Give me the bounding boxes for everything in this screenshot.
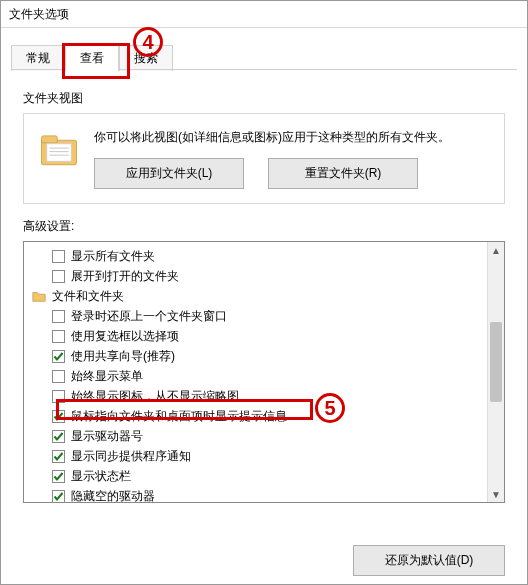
tree-item[interactable]: 使用共享向导(推荐) <box>32 346 484 366</box>
restore-defaults-button[interactable]: 还原为默认值(D) <box>353 545 505 576</box>
svg-rect-11 <box>53 370 65 382</box>
tab-view[interactable]: 查看 <box>65 45 119 71</box>
checkbox-icon[interactable] <box>52 410 65 423</box>
footer: 还原为默认值(D) <box>353 545 505 576</box>
checkbox-icon[interactable] <box>52 310 65 323</box>
folder-options-dialog: 文件夹选项 常规 查看 搜索 4 文件夹视图 <box>0 0 528 585</box>
advanced-settings-label: 高级设置: <box>23 218 505 235</box>
checkbox-icon[interactable] <box>52 330 65 343</box>
tree-item[interactable]: 显示状态栏 <box>32 466 484 486</box>
tree-item[interactable]: 始终显示图标，从不显示缩略图 <box>32 386 484 406</box>
checkbox-icon[interactable] <box>52 350 65 363</box>
tree-item[interactable]: 展开到打开的文件夹 <box>32 266 484 286</box>
folder-small-icon <box>32 289 46 303</box>
scroll-down-arrow[interactable]: ▼ <box>488 486 504 502</box>
tree-item[interactable]: 使用复选框以选择项 <box>32 326 484 346</box>
scrollbar-thumb[interactable] <box>490 322 502 402</box>
tree-item-label: 展开到打开的文件夹 <box>71 268 179 285</box>
advanced-settings-tree: 显示所有文件夹展开到打开的文件夹文件和文件夹登录时还原上一个文件夹窗口使用复选框… <box>23 241 505 503</box>
checkbox-icon[interactable] <box>52 490 65 503</box>
tree-item-label: 使用共享向导(推荐) <box>71 348 175 365</box>
window-title: 文件夹选项 <box>1 1 527 28</box>
checkbox-icon[interactable] <box>52 470 65 483</box>
tree-item-label: 显示状态栏 <box>71 468 131 485</box>
apply-to-folders-button[interactable]: 应用到文件夹(L) <box>94 158 244 189</box>
svg-rect-12 <box>53 390 65 402</box>
tree-item-label: 登录时还原上一个文件夹窗口 <box>71 308 227 325</box>
checkbox-icon[interactable] <box>52 430 65 443</box>
tree-scrollbar[interactable]: ▲ ▼ <box>487 242 504 502</box>
tab-general[interactable]: 常规 <box>11 45 65 71</box>
tree-item[interactable]: 始终显示菜单 <box>32 366 484 386</box>
tree-item[interactable]: 鼠标指向文件夹和桌面项时显示提示信息 <box>32 406 484 426</box>
svg-rect-2 <box>47 144 72 162</box>
checkbox-icon[interactable] <box>52 250 65 263</box>
tree-item: 文件和文件夹 <box>32 286 484 306</box>
svg-rect-7 <box>53 270 65 282</box>
content-area: 文件夹视图 你可以将此视图(如详细信息或图标)应用于这种类型的所有文件夹。 <box>1 70 527 503</box>
checkbox-icon[interactable] <box>52 370 65 383</box>
tab-strip: 常规 查看 搜索 <box>1 28 527 70</box>
tree-item[interactable]: 显示同步提供程序通知 <box>32 446 484 466</box>
folder-view-frame: 你可以将此视图(如详细信息或图标)应用于这种类型的所有文件夹。 应用到文件夹(L… <box>23 113 505 204</box>
tree-item-label: 显示驱动器号 <box>71 428 143 445</box>
tree-item[interactable]: 显示驱动器号 <box>32 426 484 446</box>
svg-rect-9 <box>53 330 65 342</box>
checkbox-icon[interactable] <box>52 390 65 403</box>
folder-view-description: 你可以将此视图(如详细信息或图标)应用于这种类型的所有文件夹。 <box>94 128 490 146</box>
tree-item-label: 显示所有文件夹 <box>71 248 155 265</box>
tree-item-label: 显示同步提供程序通知 <box>71 448 191 465</box>
tree-viewport: 显示所有文件夹展开到打开的文件夹文件和文件夹登录时还原上一个文件夹窗口使用复选框… <box>24 242 488 502</box>
tree-item-label: 始终显示图标，从不显示缩略图 <box>71 388 239 405</box>
tree-item[interactable]: 登录时还原上一个文件夹窗口 <box>32 306 484 326</box>
folder-view-heading: 文件夹视图 <box>23 90 505 107</box>
folder-icon <box>38 128 80 170</box>
folder-view-button-row: 应用到文件夹(L) 重置文件夹(R) <box>94 158 490 189</box>
tree-item-label: 使用复选框以选择项 <box>71 328 179 345</box>
reset-folders-button[interactable]: 重置文件夹(R) <box>268 158 418 189</box>
folder-view-right: 你可以将此视图(如详细信息或图标)应用于这种类型的所有文件夹。 应用到文件夹(L… <box>94 128 490 189</box>
tab-search[interactable]: 搜索 <box>119 45 173 71</box>
folder-view-group: 文件夹视图 你可以将此视图(如详细信息或图标)应用于这种类型的所有文件夹。 <box>23 90 505 204</box>
tree-item-label: 隐藏空的驱动器 <box>71 488 155 503</box>
svg-rect-1 <box>42 136 58 143</box>
tree-item-label: 文件和文件夹 <box>52 288 124 305</box>
scroll-up-arrow[interactable]: ▲ <box>488 242 504 258</box>
svg-rect-6 <box>53 250 65 262</box>
tree-item[interactable]: 隐藏空的驱动器 <box>32 486 484 502</box>
checkbox-icon[interactable] <box>52 450 65 463</box>
tree-item-label: 始终显示菜单 <box>71 368 143 385</box>
tree-item-label: 鼠标指向文件夹和桌面项时显示提示信息 <box>71 408 287 425</box>
tree-item[interactable]: 显示所有文件夹 <box>32 246 484 266</box>
svg-rect-8 <box>53 310 65 322</box>
checkbox-icon[interactable] <box>52 270 65 283</box>
